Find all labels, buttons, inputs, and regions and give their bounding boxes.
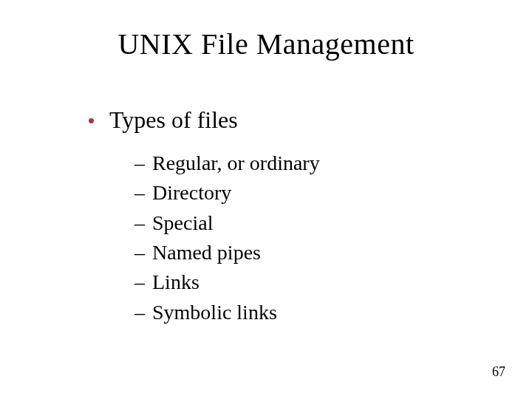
list-item: –Special — [134, 210, 488, 236]
dash-icon: – — [134, 210, 152, 236]
item-text: Named pipes — [152, 241, 261, 264]
item-text: Regular, or ordinary — [152, 151, 320, 174]
page-number: 67 — [492, 364, 505, 380]
dash-icon: – — [134, 239, 152, 266]
bullet-icon — [89, 103, 109, 137]
list-item: –Links — [134, 269, 488, 296]
dash-icon: – — [134, 299, 152, 326]
list-item: –Directory — [134, 180, 488, 206]
slide: UNIX File Management Types of files –Reg… — [0, 0, 532, 399]
level2-list: –Regular, or ordinary –Directory –Specia… — [134, 150, 488, 326]
dash-icon: – — [134, 180, 152, 206]
bullet-level1: Types of files — [89, 103, 488, 137]
list-item: –Regular, or ordinary — [134, 150, 488, 177]
dash-icon: – — [134, 269, 152, 296]
level1-text: Types of files — [109, 106, 238, 133]
dash-icon: – — [134, 150, 152, 177]
content-area: Types of files –Regular, or ordinary –Di… — [89, 103, 488, 329]
item-text: Directory — [152, 181, 231, 204]
slide-title: UNIX File Management — [0, 27, 532, 61]
item-text: Special — [152, 211, 213, 234]
list-item: –Symbolic links — [134, 299, 488, 326]
item-text: Symbolic links — [152, 301, 277, 324]
item-text: Links — [152, 270, 200, 293]
list-item: –Named pipes — [134, 239, 488, 266]
